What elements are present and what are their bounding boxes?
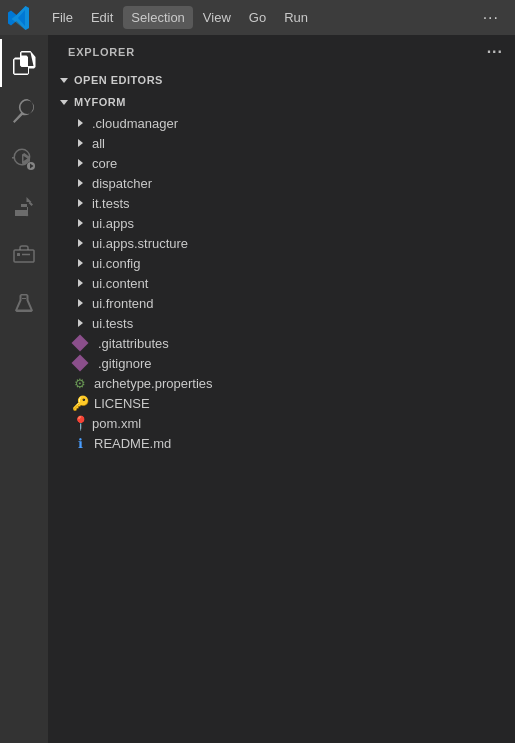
folder-icon xyxy=(72,195,88,211)
gear-icon: ⚙ xyxy=(72,375,88,391)
explorer-title: EXPLORER xyxy=(68,46,135,58)
folder-icon xyxy=(72,135,88,151)
tree-item-dispatcher[interactable]: dispatcher xyxy=(48,173,515,193)
myform-label: MYFORM xyxy=(74,96,126,108)
chevron-open-editors-icon xyxy=(56,72,72,88)
xml-icon: 📍 xyxy=(72,415,88,431)
folder-icon xyxy=(72,215,88,231)
folder-icon xyxy=(72,175,88,191)
explorer-more-button[interactable]: ··· xyxy=(487,43,503,61)
tree-item-ui-apps[interactable]: ui.apps xyxy=(48,213,515,233)
activity-item-explorer[interactable] xyxy=(0,39,48,87)
activity-item-extensions[interactable] xyxy=(0,183,48,231)
tree-item-cloudmanager[interactable]: .cloudmanager xyxy=(48,113,515,133)
tree-item-all[interactable]: all xyxy=(48,133,515,153)
tree-item-archetype-properties[interactable]: ⚙ archetype.properties xyxy=(48,373,515,393)
folder-icon xyxy=(72,255,88,271)
activity-item-testing[interactable] xyxy=(0,279,48,327)
license-icon: 🔑 xyxy=(72,395,88,411)
menu-selection[interactable]: Selection xyxy=(123,6,192,29)
menu-items: File Edit Selection View Go Run xyxy=(44,6,475,29)
menu-go[interactable]: Go xyxy=(241,6,274,29)
activity-item-remote[interactable] xyxy=(0,231,48,279)
tree-item-gitattributes[interactable]: .gitattributes xyxy=(48,333,515,353)
section-open-editors[interactable]: OPEN EDITORS xyxy=(48,69,515,91)
menu-run[interactable]: Run xyxy=(276,6,316,29)
menu-edit[interactable]: Edit xyxy=(83,6,121,29)
tree-item-gitignore[interactable]: .gitignore xyxy=(48,353,515,373)
menu-more-button[interactable]: ··· xyxy=(475,5,507,31)
tree-item-readme[interactable]: ℹ README.md xyxy=(48,433,515,453)
activity-item-run-debug[interactable] xyxy=(0,135,48,183)
folder-icon xyxy=(72,235,88,251)
tree-item-ui-tests[interactable]: ui.tests xyxy=(48,313,515,333)
chevron-myform-icon xyxy=(56,94,72,110)
main-area: EXPLORER ··· OPEN EDITORS MYFORM .cloudm… xyxy=(0,35,515,743)
tree-item-pom-xml[interactable]: 📍 pom.xml xyxy=(48,413,515,433)
tree-item-ui-frontend[interactable]: ui.frontend xyxy=(48,293,515,313)
tree-item-it-tests[interactable]: it.tests xyxy=(48,193,515,213)
svg-rect-1 xyxy=(14,250,34,262)
section-myform[interactable]: MYFORM xyxy=(48,91,515,113)
tree-item-license[interactable]: 🔑 LICENSE xyxy=(48,393,515,413)
folder-icon xyxy=(72,295,88,311)
folder-icon xyxy=(72,315,88,331)
tree-item-ui-config[interactable]: ui.config xyxy=(48,253,515,273)
folder-icon xyxy=(72,275,88,291)
tree-item-ui-content[interactable]: ui.content xyxy=(48,273,515,293)
tree-item-ui-apps-structure[interactable]: ui.apps.structure xyxy=(48,233,515,253)
vscode-logo-icon xyxy=(8,6,32,30)
open-editors-label: OPEN EDITORS xyxy=(74,74,163,86)
explorer-header: EXPLORER ··· xyxy=(48,35,515,69)
info-icon: ℹ xyxy=(72,435,88,451)
folder-icon xyxy=(72,115,88,131)
tree-item-core[interactable]: core xyxy=(48,153,515,173)
gitattributes-icon xyxy=(72,335,88,351)
menu-file[interactable]: File xyxy=(44,6,81,29)
svg-rect-2 xyxy=(17,253,20,256)
activity-item-search[interactable] xyxy=(0,87,48,135)
menubar: File Edit Selection View Go Run ··· xyxy=(0,0,515,35)
folder-icon xyxy=(72,155,88,171)
activity-bar xyxy=(0,35,48,743)
menu-view[interactable]: View xyxy=(195,6,239,29)
sidebar: EXPLORER ··· OPEN EDITORS MYFORM .cloudm… xyxy=(48,35,515,743)
gitignore-icon xyxy=(72,355,88,371)
